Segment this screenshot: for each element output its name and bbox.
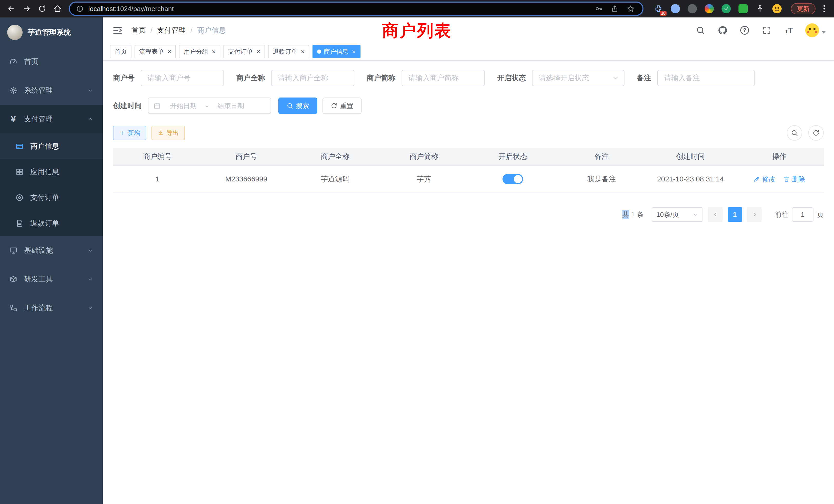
browser-menu-button[interactable]: [818, 3, 830, 15]
sidebar-item-infrastructure[interactable]: 基础设施: [0, 236, 103, 265]
table-tools: [787, 125, 824, 141]
close-icon[interactable]: ×: [301, 48, 305, 55]
remark-input[interactable]: [657, 70, 755, 86]
main-area: 首页 / 支付管理 / 商户信息 ? TT: [103, 18, 834, 504]
annotation-overlay: 商户列表: [382, 20, 452, 42]
extension-icon-check[interactable]: [721, 3, 732, 14]
toggle-search-button[interactable]: [787, 125, 802, 141]
tab-payment-orders[interactable]: 支付订单 ×: [223, 45, 265, 58]
user-menu[interactable]: [805, 23, 826, 37]
sidebar-item-merchant-info[interactable]: 商户信息: [0, 134, 103, 159]
extension-icon-dark[interactable]: [687, 3, 698, 14]
sidebar-item-home[interactable]: 首页: [0, 47, 103, 76]
browser-reload-button[interactable]: [35, 2, 49, 16]
tab-user-group[interactable]: 用户分组 ×: [179, 45, 220, 58]
merchant-no-input[interactable]: [141, 70, 224, 86]
search-button[interactable]: 搜索: [278, 97, 317, 114]
end-date-input[interactable]: [211, 102, 250, 110]
url-host: localhost: [88, 5, 115, 13]
page-number-button[interactable]: 1: [728, 207, 742, 222]
tab-merchant-info[interactable]: 商户信息 ×: [312, 45, 360, 58]
plus-icon: [119, 130, 125, 136]
reset-button[interactable]: 重置: [323, 97, 361, 114]
date-separator: -: [206, 102, 208, 110]
browser-forward-button[interactable]: [20, 2, 34, 16]
help-icon[interactable]: ?: [739, 25, 750, 36]
close-icon[interactable]: ×: [212, 48, 216, 55]
status-select[interactable]: 请选择开启状态: [532, 70, 624, 86]
extension-icon-blue[interactable]: [670, 3, 681, 14]
browser-update-button[interactable]: 更新: [791, 3, 815, 14]
sidebar-item-label: 首页: [24, 57, 39, 66]
github-icon[interactable]: [717, 25, 728, 36]
start-date-input[interactable]: [164, 102, 203, 110]
password-key-icon[interactable]: [593, 3, 605, 14]
status-toggle[interactable]: [503, 174, 523, 184]
top-navbar: 首页 / 支付管理 / 商户信息 ? TT: [103, 18, 834, 43]
sidebar-item-dev-tools[interactable]: 研发工具: [0, 265, 103, 294]
url-path: :1024/pay/merchant: [115, 5, 174, 13]
extensions-puzzle-icon[interactable]: 10: [653, 3, 664, 14]
page-size-select[interactable]: 10条/页: [652, 207, 703, 222]
merchant-short-input[interactable]: [401, 70, 485, 86]
breadcrumb-item-current: 商户信息: [197, 25, 226, 35]
sidebar-item-refund-orders[interactable]: 退款订单: [0, 210, 103, 236]
tab-home[interactable]: 首页: [110, 45, 131, 58]
font-size-icon[interactable]: TT: [783, 25, 794, 36]
delete-link[interactable]: 删除: [783, 175, 805, 184]
sidebar-item-workflow[interactable]: 工作流程: [0, 294, 103, 322]
cell-short-name: 芋艿: [379, 166, 468, 192]
header-search-icon[interactable]: [695, 25, 706, 36]
close-icon[interactable]: ×: [168, 48, 171, 55]
extension-icon-green-square[interactable]: [738, 3, 749, 14]
sidebar-item-label: 支付管理: [24, 114, 53, 124]
browser-home-button[interactable]: [50, 2, 65, 16]
create-time-range-picker[interactable]: -: [148, 97, 271, 114]
prev-page-button[interactable]: [708, 207, 723, 222]
extension-icon-emoji[interactable]: [771, 3, 783, 14]
next-page-button[interactable]: [747, 207, 762, 222]
edit-link[interactable]: 修改: [753, 175, 775, 184]
share-icon[interactable]: [609, 3, 620, 14]
extension-icon-pin[interactable]: [754, 3, 766, 14]
chevron-down-icon: [612, 75, 619, 81]
app-logo[interactable]: 芋道管理系统: [0, 18, 103, 47]
status-label: 开启状态: [497, 73, 526, 83]
sidebar-item-label: 退款订单: [30, 219, 59, 228]
edit-icon: [753, 176, 760, 182]
close-icon[interactable]: ×: [256, 48, 260, 55]
column-header: 商户全称: [291, 148, 379, 165]
export-button[interactable]: 导出: [152, 126, 185, 140]
goto-page-input[interactable]: [792, 207, 813, 222]
sidebar-item-payment-orders[interactable]: 支付订单: [0, 185, 103, 210]
tabs-bar: 首页 流程表单 × 用户分组 × 支付订单 × 退款订单 ×: [103, 43, 834, 61]
extension-icon-colorful[interactable]: [704, 3, 715, 14]
chevron-up-icon: [87, 116, 93, 122]
merchant-name-input[interactable]: [271, 70, 354, 86]
cell-full-name: 芋道源码: [291, 166, 379, 192]
merchant-no-label: 商户号: [113, 73, 135, 83]
address-bar[interactable]: localhost:1024/pay/merchant: [69, 2, 643, 16]
bookmark-star-icon[interactable]: [625, 3, 636, 14]
refresh-table-button[interactable]: [808, 125, 824, 141]
page-content: 商户号 商户全称 商户简称 开启状态 请选择开启状态: [103, 61, 834, 504]
chevron-left-icon: [712, 211, 719, 217]
breadcrumb-item-home[interactable]: 首页: [131, 25, 146, 35]
breadcrumb-item-payment[interactable]: 支付管理: [157, 25, 186, 35]
tab-refund-orders[interactable]: 退款订单 ×: [268, 45, 309, 58]
sidebar-item-payment[interactable]: ¥ 支付管理: [0, 105, 103, 134]
add-button[interactable]: 新增: [113, 126, 146, 140]
close-icon[interactable]: ×: [352, 48, 356, 55]
browser-back-button[interactable]: [4, 2, 19, 16]
extension-badge: 10: [660, 11, 666, 16]
sidebar-item-system[interactable]: 系统管理: [0, 76, 103, 105]
sidebar-item-label: 研发工具: [24, 274, 53, 284]
column-header: 备注: [557, 148, 646, 165]
sidebar-toggle-button[interactable]: [111, 24, 124, 37]
table-header: 商户编号 商户号 商户全称 商户简称 开启状态 备注 创建时间 操作: [113, 148, 824, 166]
trash-icon: [783, 176, 790, 182]
sidebar-item-app-info[interactable]: 应用信息: [0, 159, 103, 185]
tab-flow-form[interactable]: 流程表单 ×: [135, 45, 176, 58]
navbar-actions: ? TT: [695, 23, 826, 37]
fullscreen-icon[interactable]: [761, 25, 772, 36]
